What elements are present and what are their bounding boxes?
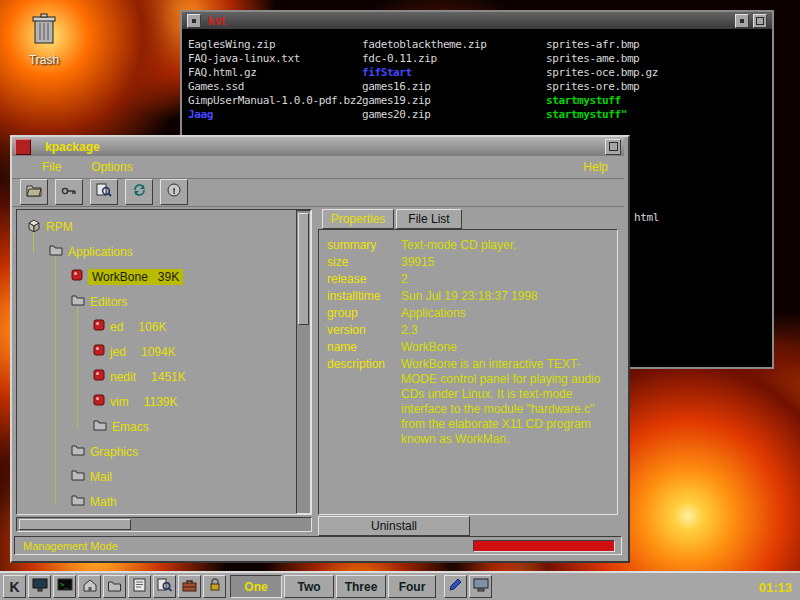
tree-item-jed[interactable]: jed 1094K — [93, 339, 176, 364]
toolbox-button[interactable] — [178, 575, 201, 598]
tree-item-ed[interactable]: ed 106K — [93, 314, 166, 339]
file-entry: fadetoblacktheme.zip — [362, 38, 486, 51]
terminal-menu-button[interactable] — [187, 14, 201, 28]
maximize-button[interactable] — [605, 139, 621, 155]
trash-desktop-icon[interactable]: Trash — [16, 12, 72, 67]
tree-horizontal-scrollbar[interactable] — [16, 517, 312, 532]
tree-guide-line — [55, 257, 56, 503]
progress-bar — [473, 540, 615, 552]
tab-file-list[interactable]: File List — [396, 209, 462, 229]
uninstall-button[interactable]: Uninstall — [318, 516, 470, 536]
property-label: description — [327, 357, 385, 372]
package-tree-panel: RPM Applications WorkBone 39K Editors ed — [16, 209, 312, 515]
info-icon: ! — [167, 183, 181, 201]
key-button[interactable] — [55, 179, 83, 205]
terminal-launcher-button[interactable]: >_ — [53, 575, 76, 598]
file-entry: games16.zip — [362, 80, 430, 93]
tree-item-applications[interactable]: Applications — [49, 239, 133, 264]
terminal-sticky-button[interactable] — [735, 14, 749, 28]
info-button[interactable]: ! — [160, 179, 188, 205]
tab-properties[interactable]: Properties — [322, 209, 394, 229]
tree-size: 1094K — [141, 345, 176, 359]
tree-label: Graphics — [90, 445, 138, 459]
terminal-titlebar[interactable]: kvt — [182, 12, 772, 29]
property-label: installtime — [327, 289, 380, 304]
folder-icon — [49, 244, 63, 259]
property-value: 2 — [401, 272, 613, 287]
k-menu-icon: K — [9, 579, 19, 595]
file-entry: startmystuff" — [546, 108, 627, 121]
package-box-icon — [27, 219, 41, 235]
editor-button[interactable] — [128, 575, 151, 598]
display-button[interactable] — [469, 575, 492, 598]
trash-icon — [29, 35, 59, 49]
tree-size: 39K — [158, 270, 179, 284]
property-label: group — [327, 306, 358, 321]
tree-item-rpm[interactable]: RPM — [27, 214, 73, 239]
file-entry: FAQ.html.gz — [188, 66, 256, 79]
desktop-button-one[interactable]: One — [230, 575, 282, 598]
tree-item-emacs[interactable]: Emacs — [93, 414, 149, 439]
home-button[interactable] — [78, 575, 101, 598]
menu-options[interactable]: Options — [91, 160, 132, 174]
refresh-icon — [132, 183, 147, 201]
property-value: Sun Jul 19 23:18:37 1998 — [401, 289, 613, 304]
tree-item-editors[interactable]: Editors — [71, 289, 127, 314]
window-menu-button[interactable] — [15, 139, 31, 155]
tree-item-graphics[interactable]: Graphics — [71, 439, 138, 464]
folder-icon — [107, 578, 122, 596]
property-value: Applications — [401, 306, 613, 321]
property-value: Text-mode CD player. — [401, 238, 613, 253]
desktop-button-two[interactable]: Two — [284, 575, 334, 598]
folder-icon — [71, 444, 85, 459]
pen-icon — [449, 578, 462, 596]
tree-item-nedit[interactable]: nedit 1451K — [93, 364, 186, 389]
property-value: WorkBone — [401, 340, 613, 355]
tree-item-vim[interactable]: vim 1139K — [93, 389, 177, 414]
menu-file[interactable]: File — [42, 160, 61, 174]
tree-guide-line — [77, 307, 78, 428]
desktop-button-four[interactable]: Four — [388, 575, 436, 598]
desktop-button-three[interactable]: Three — [336, 575, 386, 598]
terminal-maximize-button[interactable] — [753, 14, 767, 28]
search-icon — [96, 183, 112, 201]
file-entry: games19.zip — [362, 94, 430, 107]
kpackage-window: kpackage File Options Help — [10, 135, 630, 563]
property-value: WorkBone is an interactive TEXT-MODE con… — [401, 357, 613, 447]
tree-item-workbone[interactable]: WorkBone 39K — [71, 264, 183, 289]
k-menu-button[interactable]: K — [3, 575, 26, 598]
folder-icon — [93, 419, 107, 434]
taskbar-clock: 01:13 — [759, 580, 792, 595]
lock-button[interactable] — [203, 575, 226, 598]
folder-button[interactable] — [103, 575, 126, 598]
rpm-package-icon — [93, 319, 105, 334]
find-package-button[interactable] — [90, 179, 118, 205]
file-entry: fifStart — [362, 66, 412, 79]
window-list-button[interactable] — [28, 575, 51, 598]
kpackage-title: kpackage — [45, 140, 605, 154]
refresh-button[interactable] — [125, 179, 153, 205]
property-label: name — [327, 340, 357, 355]
file-entry: sprites-ore.bmp — [546, 80, 639, 93]
tree-item-math[interactable]: Math — [71, 489, 117, 514]
menu-help[interactable]: Help — [583, 160, 608, 174]
open-folder-icon — [26, 183, 42, 201]
tree-vertical-scrollbar[interactable] — [296, 210, 311, 514]
open-button[interactable] — [20, 179, 48, 205]
property-label: version — [327, 323, 366, 338]
rpm-package-icon — [71, 269, 83, 284]
file-entry: sprites-oce.bmp.gz — [546, 66, 658, 79]
display-icon — [473, 578, 489, 596]
find-button[interactable] — [153, 575, 176, 598]
tree-item-mail[interactable]: Mail — [71, 464, 112, 489]
taskbar: K >_ One Two Three Four 01:13 — [0, 571, 800, 600]
search-icon — [157, 578, 172, 596]
file-entry: fdc-0.11.zip — [362, 52, 437, 65]
status-bar: Management Mode — [14, 536, 622, 555]
tree-size: 1451K — [151, 370, 186, 384]
paint-button[interactable] — [444, 575, 467, 598]
file-entry: Games.ssd — [188, 80, 244, 93]
kpackage-titlebar[interactable]: kpackage — [12, 137, 624, 156]
tree-label: RPM — [46, 220, 73, 234]
terminal-icon: >_ — [57, 578, 73, 596]
